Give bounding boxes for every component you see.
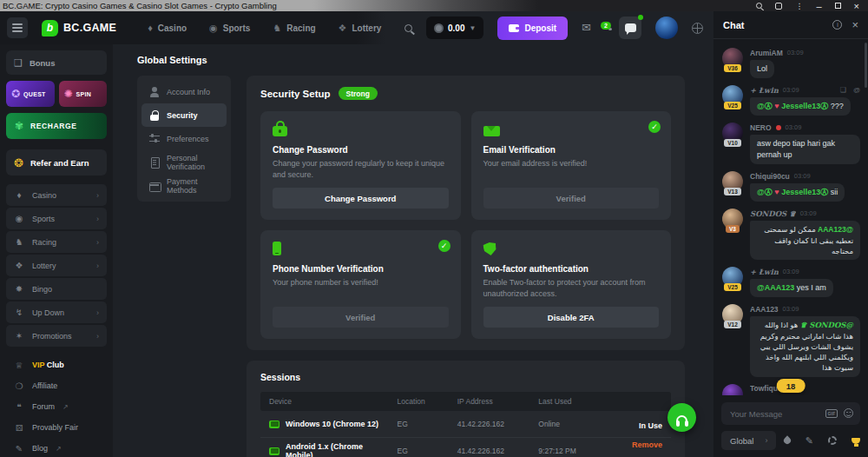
chat-scrollbar[interactable]: [865, 43, 867, 88]
sidebar-item-up-down[interactable]: ↯Up Down›: [6, 301, 107, 323]
profile-avatar[interactable]: [655, 17, 678, 39]
settings-tab-security[interactable]: Security: [141, 103, 227, 127]
quest-button[interactable]: ✪ QUEST: [6, 81, 55, 107]
message-bubble: @Ⓐ ♥ Jesselle13Ⓐ sii: [750, 183, 845, 202]
mention[interactable]: Jesselle13Ⓐ: [781, 188, 828, 196]
emoji-icon[interactable]: [844, 408, 853, 418]
username[interactable]: NERO: [750, 123, 772, 132]
refer-and-earn-button[interactable]: ❂ Refer and Earn: [6, 149, 107, 176]
username[interactable]: AAA123: [750, 305, 779, 314]
sidebar-toggle-button[interactable]: [7, 17, 28, 38]
card-action-button[interactable]: Disable 2FA: [483, 307, 660, 328]
rules-icon[interactable]: ✎: [806, 435, 813, 447]
avatar-column: V25: [721, 85, 744, 116]
mention[interactable]: ♥: [773, 188, 781, 196]
mention-icon[interactable]: @: [853, 86, 860, 94]
nav-item-label: Lottery: [352, 23, 381, 33]
chat-info-icon[interactable]: i: [832, 20, 842, 30]
message-bubble: @AAA123 ممكن لو سمحتى تعطيه يبقى انا كما…: [750, 221, 860, 260]
nav-item-lottery[interactable]: ❖Lottery: [339, 23, 382, 34]
recharge-button[interactable]: ✾ RECHARGE: [6, 113, 107, 139]
language-globe-icon[interactable]: [692, 23, 703, 34]
card-title: Email Verification: [483, 145, 660, 155]
spin-button[interactable]: ✺ SPIN: [59, 81, 108, 107]
settings-tab-preferences[interactable]: Preferences: [141, 127, 227, 150]
sidebar-item-forum[interactable]: ❝Forum↗: [6, 396, 107, 417]
bingo-icon: ✸: [14, 284, 24, 294]
chat-close-icon[interactable]: ×: [852, 20, 858, 30]
mention[interactable]: @Ⓐ: [757, 188, 773, 196]
minimize-button[interactable]: –: [816, 2, 821, 10]
coin-drop-icon[interactable]: [828, 436, 837, 445]
mention[interactable]: @SONDOS ♛: [800, 321, 853, 329]
browser-menu-icon[interactable]: ⋮: [795, 3, 803, 10]
sidebar-item-racing[interactable]: ♞Racing›: [6, 231, 107, 253]
browser-extension-icon[interactable]: [775, 3, 782, 10]
nav-item-label: Casino: [158, 23, 187, 33]
message-time: 03:09: [800, 209, 817, 217]
nav-item-casino[interactable]: ♦Casino: [148, 23, 187, 33]
browser-zoom-icon[interactable]: [756, 3, 762, 9]
message-header: NERO03:09: [750, 123, 860, 132]
message-time: 03:09: [783, 268, 799, 275]
card-action-button[interactable]: Verified: [273, 307, 449, 328]
chat-room-selector[interactable]: Global ›: [721, 431, 776, 450]
username[interactable]: Chiqui90cu: [750, 172, 790, 181]
settings-tab-account-info[interactable]: Account Info: [141, 80, 227, 103]
recharge-icon: ✾: [15, 120, 23, 132]
mention[interactable]: Jesselle13Ⓐ: [781, 102, 828, 110]
sidebar-item-provably-fair[interactable]: ⚄Provably Fair: [6, 417, 107, 438]
settings-tab-payment-methods[interactable]: Payment Methods: [141, 174, 227, 197]
tip-icon[interactable]: ❏: [840, 86, 846, 94]
session-action[interactable]: Remove Device: [598, 435, 671, 457]
mention[interactable]: @AAA123: [818, 225, 853, 234]
trophy-icon[interactable]: [852, 438, 860, 444]
card-action-button[interactable]: Verified: [483, 188, 660, 209]
mention[interactable]: @Ⓐ: [757, 102, 773, 110]
sidebar-item-sports[interactable]: ◉Sports›: [6, 208, 107, 229]
message-time: 03:09: [783, 305, 799, 313]
deposit-button[interactable]: Deposit: [497, 17, 568, 40]
rain-icon[interactable]: [782, 435, 792, 445]
nav-item-racing[interactable]: ♞Racing: [273, 23, 315, 34]
message-body: + Łwin03:09@AAA123 yes I am: [750, 267, 860, 297]
mention[interactable]: ♥: [773, 102, 781, 110]
sidebar-item-promotions[interactable]: ✶Promotions›: [6, 325, 107, 347]
username[interactable]: SONDOS ♛: [750, 209, 796, 218]
username[interactable]: + Łwin: [750, 86, 779, 95]
sidebar-bonus[interactable]: ❑ Bonus: [6, 50, 107, 75]
mention[interactable]: @AAA123: [757, 283, 794, 292]
unread-count-pill[interactable]: 18: [777, 379, 806, 393]
sidebar-item-blog[interactable]: ✎Blog↗: [6, 438, 107, 457]
inbox-icon[interactable]: ✉: [582, 23, 591, 32]
gif-icon[interactable]: GIF: [825, 409, 838, 418]
sidebar-item-label: Affiliate: [32, 381, 57, 390]
maximize-button[interactable]: [835, 3, 841, 9]
nav-item-sports[interactable]: ◉Sports: [209, 23, 250, 34]
card-action-button[interactable]: Change Password: [273, 188, 449, 209]
security-card-shield: Two-factor authenticationEnable Two-fact…: [471, 230, 672, 339]
bcgame-logo[interactable]: b BC.GAME: [42, 20, 116, 36]
username[interactable]: ArumiAM: [750, 49, 783, 57]
navbar-right: 0.00 ▼ Deposit ✉ 2: [404, 17, 703, 40]
avatar[interactable]: [722, 384, 743, 395]
message-body: Chiqui90cu03:09@Ⓐ ♥ Jesselle13Ⓐ sii: [750, 171, 860, 202]
sidebar-item-bingo[interactable]: ✸Bingo: [6, 278, 107, 300]
remove-device-button[interactable]: Remove Device: [632, 440, 662, 457]
support-button[interactable]: [667, 403, 696, 432]
sidebar-item-label: Promotions: [32, 332, 72, 341]
sidebar-item-vip-club[interactable]: ♕VIP Club: [6, 354, 107, 375]
lock-icon: [273, 126, 287, 136]
search-icon[interactable]: [404, 24, 412, 32]
chat-toggle-button[interactable]: [619, 17, 641, 39]
column-header: Device: [260, 397, 389, 406]
settings-tab-personal-verification[interactable]: Personal Verification: [141, 150, 227, 174]
sidebar-item-casino[interactable]: ♦Casino›: [6, 184, 107, 206]
sidebar-item-affiliate[interactable]: ❍Affiliate: [6, 375, 107, 396]
sidebar-item-lottery[interactable]: ❖Lottery›: [6, 255, 107, 276]
settings-page: Global Settings Account InfoSecurityPref…: [113, 44, 713, 457]
sidebar-footer-nav: ♕VIP Club❍Affiliate❝Forum↗⚄Provably Fair…: [6, 354, 107, 457]
username[interactable]: + Łwin: [750, 268, 779, 276]
wallet-balance[interactable]: 0.00 ▼: [426, 17, 483, 39]
close-window-button[interactable]: ×: [854, 2, 859, 10]
